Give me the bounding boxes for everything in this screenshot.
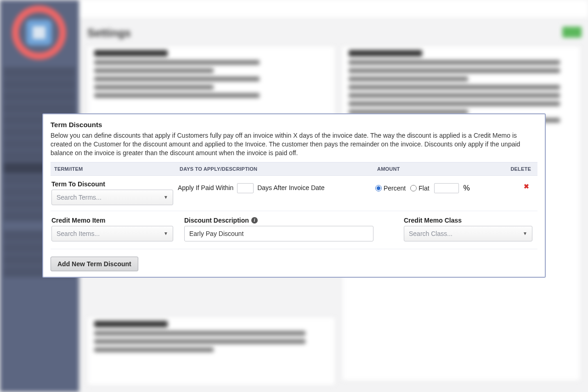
- chevron-down-icon: ▼: [164, 231, 168, 236]
- col-amount: AMOUNT: [377, 166, 510, 172]
- percent-label: Percent: [384, 185, 406, 192]
- delete-row-button[interactable]: ✖: [524, 183, 529, 190]
- amount-unit: %: [464, 184, 470, 192]
- panel-description: Below you can define discounts that appl…: [51, 131, 537, 157]
- apply-if-paid-text: Apply If Paid Within Days After Invoice …: [178, 180, 375, 193]
- page-title: Settings: [87, 27, 131, 39]
- amount-input[interactable]: [434, 183, 459, 193]
- credit-memo-item-select[interactable]: Search Items... ▼: [51, 226, 173, 241]
- term-to-discount-label: Term To Discount: [51, 180, 178, 188]
- apply-suffix: Days After Invoice Date: [257, 184, 324, 191]
- chevron-down-icon: ▼: [164, 195, 168, 200]
- flat-label: Flat: [418, 185, 429, 192]
- credit-memo-class-label: Credit Memo Class: [404, 217, 535, 224]
- apply-prefix: Apply If Paid Within: [178, 184, 233, 191]
- flat-radio-wrap[interactable]: Flat: [410, 185, 429, 192]
- term-discount-row: Term To Discount Search Terms... ▼ Apply…: [51, 176, 537, 211]
- col-term-item: TERM/ITEM: [53, 166, 180, 172]
- col-delete: DELETE: [510, 166, 535, 172]
- percent-radio[interactable]: [375, 185, 382, 191]
- discount-description-label: Discount Description: [184, 217, 249, 224]
- credit-memo-class-select[interactable]: Search Class... ▼: [404, 226, 532, 241]
- col-days-desc: DAYS TO APPLY/DESCRIPTION: [180, 166, 377, 172]
- info-icon: i: [251, 217, 258, 224]
- flat-radio[interactable]: [410, 185, 417, 191]
- days-input[interactable]: [237, 183, 254, 193]
- term-select-placeholder: Search Terms...: [57, 194, 102, 201]
- credit-memo-class-placeholder: Search Class...: [409, 230, 452, 237]
- discount-description-input[interactable]: [184, 226, 373, 241]
- credit-memo-item-placeholder: Search Items...: [57, 230, 100, 237]
- term-select[interactable]: Search Terms... ▼: [51, 190, 173, 205]
- panel-title: Term Discounts: [51, 121, 537, 129]
- chevron-down-icon: ▼: [523, 231, 527, 236]
- term-discount-row-secondary: Credit Memo Item Search Items... ▼ Disco…: [51, 211, 537, 249]
- credit-memo-item-label: Credit Memo Item: [51, 217, 178, 224]
- table-header: TERM/ITEM DAYS TO APPLY/DESCRIPTION AMOU…: [51, 162, 537, 176]
- add-new-term-discount-button[interactable]: Add New Term Discount: [51, 257, 138, 271]
- term-discounts-panel: Term Discounts Below you can define disc…: [42, 113, 546, 278]
- percent-radio-wrap[interactable]: Percent: [375, 185, 406, 192]
